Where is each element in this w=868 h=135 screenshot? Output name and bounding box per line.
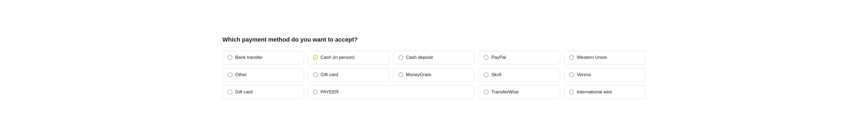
label-venmo: Venmo	[577, 72, 591, 78]
radio-moneygram	[399, 72, 403, 77]
radio-cash-deposit	[399, 55, 403, 60]
option-western-union[interactable]: Western Union	[564, 51, 646, 64]
radio-venmo	[569, 72, 574, 77]
options-grid: Bank transferCash (in person)Cash deposi…	[222, 51, 646, 99]
option-skrill[interactable]: Skrill	[478, 68, 560, 82]
label-cash-in-person: Cash (in person)	[321, 55, 355, 60]
label-western-union: Western Union	[577, 55, 607, 60]
option-paypal[interactable]: PayPal	[478, 51, 560, 64]
label-bank-transfer: Bank transfer	[235, 55, 262, 60]
option-bank-transfer[interactable]: Bank transfer	[222, 51, 304, 64]
label-gift-card-1: Gift card	[321, 72, 338, 78]
label-cash-deposit: Cash deposit	[406, 55, 433, 60]
label-gift-card-2: Gift card	[235, 89, 252, 95]
label-moneygram: MoneyGram	[406, 72, 432, 78]
option-gift-card-1[interactable]: Gift card	[308, 68, 390, 82]
label-other: Other	[235, 72, 247, 78]
radio-western-union	[569, 55, 574, 60]
radio-other	[227, 72, 232, 77]
option-other[interactable]: Other	[222, 68, 304, 82]
radio-gift-card-1	[313, 72, 318, 77]
option-moneygram[interactable]: MoneyGram	[393, 68, 475, 82]
option-venmo[interactable]: Venmo	[564, 68, 646, 82]
question-label: Which payment method do you want to acce…	[222, 36, 646, 43]
label-payeer: PAYEER	[321, 89, 339, 95]
payment-method-container: Which payment method do you want to acce…	[222, 36, 646, 99]
label-transferwise: TransferWise	[491, 89, 518, 95]
label-paypal: PayPal	[491, 55, 506, 60]
label-international-wire: International wire	[577, 89, 612, 95]
option-payeer[interactable]: PAYEER	[308, 85, 475, 99]
radio-payeer	[313, 90, 318, 94]
radio-skrill	[484, 72, 489, 77]
radio-paypal	[484, 55, 489, 60]
radio-transferwise	[484, 90, 489, 94]
option-transferwise[interactable]: TransferWise	[478, 85, 560, 99]
option-cash-deposit[interactable]: Cash deposit	[393, 51, 475, 64]
radio-cash-in-person	[313, 55, 318, 60]
option-international-wire[interactable]: International wire	[564, 85, 646, 99]
label-skrill: Skrill	[491, 72, 501, 78]
radio-international-wire	[569, 90, 574, 94]
radio-bank-transfer	[227, 55, 232, 60]
option-gift-card-2[interactable]: Gift card	[222, 85, 304, 99]
option-cash-in-person[interactable]: Cash (in person)	[308, 51, 390, 64]
radio-gift-card-2	[227, 90, 232, 94]
